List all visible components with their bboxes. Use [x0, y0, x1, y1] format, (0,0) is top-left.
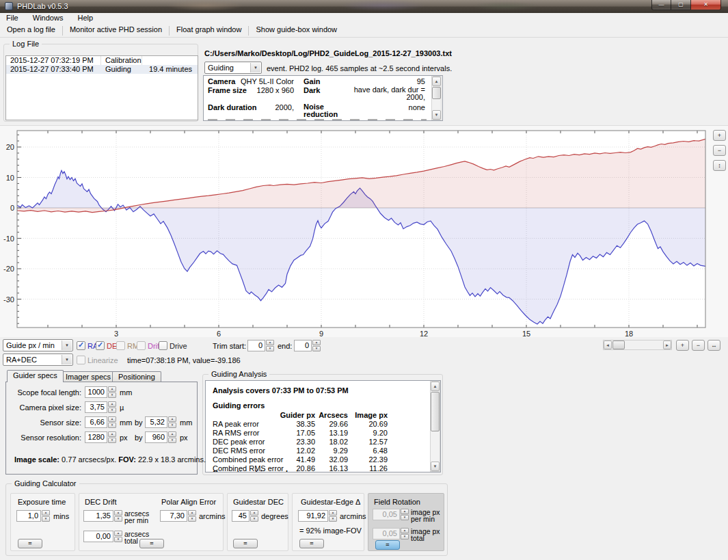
menu-help[interactable]: Help	[71, 13, 99, 23]
title-bar[interactable]: PHDLab v0.5.3 ― ▢ ✕	[0, 0, 728, 13]
guidestar-edge-stepper[interactable]: ▲▼	[329, 510, 337, 522]
details-scrollbar[interactable]: ▲ ▼	[431, 76, 442, 120]
dec-checkbox[interactable]	[96, 341, 105, 350]
guidestar-dec-input[interactable]: 45	[232, 510, 250, 522]
resolution-height-stepper[interactable]: ▲▼	[168, 431, 176, 443]
spinner-down-icon[interactable]: ▼	[329, 516, 337, 522]
sensor-width-input[interactable]: 6,66	[85, 416, 107, 428]
trim-end-stepper[interactable]: ▲▼	[312, 340, 321, 351]
resolution-height-input[interactable]: 960	[145, 431, 167, 443]
guide-graph-panel[interactable]: 36912151820100-10-20-30 + − ↕	[0, 125, 728, 337]
dec-drift-per-min-input[interactable]: 1,35	[83, 510, 113, 522]
field-rotation-total-stepper[interactable]: ▲▼	[401, 528, 409, 539]
scrollbar-thumb[interactable]	[612, 341, 625, 349]
spinner-down-icon[interactable]: ▼	[250, 516, 258, 522]
trim-end-input[interactable]: 0	[294, 340, 312, 351]
sensor-width-stepper[interactable]: ▲▼	[108, 416, 116, 428]
spinner-up-icon[interactable]: ▲	[108, 416, 116, 422]
scroll-up-icon[interactable]: ▲	[432, 77, 441, 86]
spinner-up-icon[interactable]: ▲	[401, 509, 409, 514]
spinner-down-icon[interactable]: ▼	[114, 537, 122, 542]
guidestar-edge-input[interactable]: 91,92	[298, 510, 328, 522]
spinner-up-icon[interactable]: ▲	[114, 510, 122, 516]
scroll-right-icon[interactable]: ►	[663, 341, 671, 349]
linearize-checkbox[interactable]	[77, 356, 85, 364]
spinner-down-icon[interactable]: ▼	[401, 515, 409, 520]
spinner-up-icon[interactable]: ▲	[168, 416, 176, 422]
pixel-size-stepper[interactable]: ▲▼	[108, 401, 116, 413]
maximize-button[interactable]: ▢	[671, 0, 690, 10]
drift-checkbox[interactable]	[137, 341, 146, 350]
scrollbar-thumb[interactable]	[431, 392, 440, 431]
scroll-up-icon[interactable]: ▲	[431, 382, 440, 391]
spinner-down-icon[interactable]: ▼	[168, 438, 176, 443]
menu-file[interactable]: File	[0, 13, 25, 23]
spinner-down-icon[interactable]: ▼	[312, 346, 321, 351]
graph-hzoom-in-button[interactable]: +	[676, 340, 689, 351]
graph-horizontal-scrollbar[interactable]: ◄ ►	[603, 340, 672, 350]
graph-zoom-in-button[interactable]: +	[713, 130, 726, 141]
float-graph-button[interactable]: Float graph window	[170, 23, 248, 37]
dec-drift-total-stepper[interactable]: ▲▼	[114, 531, 122, 542]
field-rotation-per-min-input[interactable]: 0,05	[373, 509, 400, 520]
curve-select-dropdown[interactable]: RA+DEC ▼	[3, 354, 73, 366]
spinner-down-icon[interactable]: ▼	[42, 516, 50, 522]
tab-guider-specs[interactable]: Guider specs	[7, 370, 64, 382]
dec-drift-calc-button[interactable]: =	[139, 539, 164, 548]
graph-zoom-out-button[interactable]: −	[713, 145, 726, 156]
spinner-down-icon[interactable]: ▼	[108, 392, 116, 398]
drive-checkbox[interactable]	[159, 341, 167, 350]
spinner-down-icon[interactable]: ▼	[108, 423, 116, 428]
spinner-up-icon[interactable]: ▲	[168, 431, 176, 437]
spinner-up-icon[interactable]: ▲	[114, 531, 122, 536]
resolution-width-input[interactable]: 1280	[85, 431, 107, 443]
exposure-time-stepper[interactable]: ▲▼	[42, 510, 50, 522]
scroll-down-icon[interactable]: ▼	[431, 462, 440, 471]
exposure-calc-button[interactable]: =	[18, 539, 42, 548]
spinner-up-icon[interactable]: ▲	[42, 510, 50, 516]
scrollbar-thumb[interactable]	[432, 87, 441, 99]
spinner-down-icon[interactable]: ▼	[108, 438, 116, 443]
spinner-down-icon[interactable]: ▼	[266, 346, 274, 351]
sensor-height-stepper[interactable]: ▲▼	[168, 416, 176, 428]
polar-align-stepper[interactable]: ▲▼	[188, 510, 196, 522]
spinner-up-icon[interactable]: ▲	[108, 431, 116, 437]
spinner-down-icon[interactable]: ▼	[168, 423, 176, 428]
guidestar-dec-calc-button[interactable]: =	[233, 539, 258, 548]
dec-drift-per-min-stepper[interactable]: ▲▼	[114, 510, 122, 522]
spinner-up-icon[interactable]: ▲	[329, 510, 337, 516]
spinner-down-icon[interactable]: ▼	[401, 534, 409, 539]
analysis-scrollbar[interactable]: ▲ ▼	[430, 381, 440, 472]
minimize-button[interactable]: ―	[651, 0, 671, 10]
spinner-up-icon[interactable]: ▲	[250, 510, 258, 516]
graph-fit-vertical-button[interactable]: ↕	[713, 160, 726, 171]
polar-align-input[interactable]: 7,30	[160, 510, 187, 522]
close-button[interactable]: ✕	[690, 0, 721, 10]
field-rotation-calc-button[interactable]: =	[375, 540, 400, 550]
menu-windows[interactable]: Windows	[27, 13, 70, 23]
tab-positioning[interactable]: Positioning	[112, 371, 161, 382]
spinner-down-icon[interactable]: ▼	[188, 516, 196, 522]
spinner-up-icon[interactable]: ▲	[188, 510, 196, 516]
guidestar-dec-stepper[interactable]: ▲▼	[250, 510, 258, 522]
spinner-down-icon[interactable]: ▼	[114, 516, 122, 522]
graph-hzoom-out-button[interactable]: −	[692, 340, 705, 351]
scroll-down-icon[interactable]: ▼	[432, 110, 441, 120]
focal-length-input[interactable]: 1000	[85, 386, 107, 398]
spinner-up-icon[interactable]: ▲	[266, 340, 274, 345]
trim-start-input[interactable]: 0	[247, 340, 265, 351]
log-events-table[interactable]: 2015-12-27 07:32:19 PM Calibration 2015-…	[5, 55, 198, 120]
field-rotation-total-input[interactable]: 0,05	[373, 528, 400, 539]
rms-checkbox[interactable]	[116, 341, 125, 350]
spinner-up-icon[interactable]: ▲	[108, 401, 116, 407]
monitor-session-button[interactable]: Monitor active PHD session	[63, 23, 169, 37]
show-guidebox-button[interactable]: Show guide-box window	[249, 23, 344, 37]
spinner-up-icon[interactable]: ▲	[108, 386, 116, 392]
pixel-size-input[interactable]: 3,75	[85, 401, 107, 413]
event-select-dropdown[interactable]: Guiding ▼	[204, 62, 262, 74]
trim-start-stepper[interactable]: ▲▼	[266, 340, 274, 351]
scroll-left-icon[interactable]: ◄	[604, 341, 612, 349]
spinner-down-icon[interactable]: ▼	[108, 408, 116, 413]
guide-graph-svg[interactable]	[0, 126, 728, 338]
sensor-height-input[interactable]: 5,32	[145, 416, 167, 428]
